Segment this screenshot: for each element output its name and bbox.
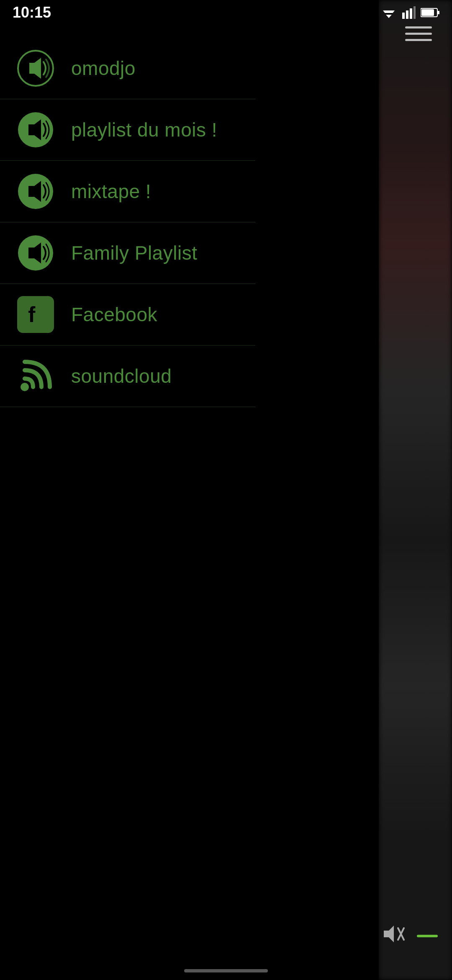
- wifi-icon: [380, 6, 397, 19]
- menu-item-family-playlist[interactable]: Family Playlist: [0, 222, 255, 284]
- menu-label-playlist-du-mois: playlist du mois !: [71, 119, 217, 141]
- speaker-filled-icon-3: [17, 234, 54, 272]
- svg-marker-11: [29, 58, 41, 79]
- home-indicator: [184, 969, 268, 972]
- hamburger-line-3: [405, 39, 432, 41]
- menu-label-facebook: Facebook: [71, 303, 157, 326]
- menu-label-mixtape: mixtape !: [71, 180, 151, 203]
- menu-label-family-playlist: Family Playlist: [71, 242, 197, 264]
- svg-rect-4: [406, 10, 408, 19]
- speaker-outline-icon: [17, 49, 54, 87]
- menu-label-soundcloud: soundcloud: [71, 365, 172, 387]
- bottom-controls: [377, 917, 444, 955]
- svg-marker-20: [384, 926, 394, 942]
- hamburger-line-1: [405, 26, 432, 28]
- blurred-background: [379, 0, 452, 980]
- svg-rect-6: [413, 6, 416, 19]
- mute-icon[interactable]: [383, 925, 405, 948]
- menu-label-omodjo: omodjo: [71, 57, 136, 80]
- status-icons: [380, 6, 439, 19]
- menu-item-omodjo[interactable]: omodjo: [0, 38, 255, 99]
- status-bar: 10:15: [0, 0, 452, 25]
- menu-item-soundcloud[interactable]: soundcloud: [0, 346, 255, 407]
- status-time: 10:15: [13, 4, 51, 21]
- facebook-icon: f: [17, 296, 54, 333]
- svg-rect-8: [437, 11, 439, 14]
- speaker-filled-icon-2: [17, 173, 54, 210]
- battery-icon: [421, 8, 439, 18]
- signal-icon: [402, 6, 416, 19]
- menu-item-facebook[interactable]: f Facebook: [0, 284, 255, 346]
- svg-rect-5: [410, 8, 412, 19]
- rss-icon: [17, 357, 54, 395]
- menu-item-playlist-du-mois[interactable]: playlist du mois !: [0, 99, 255, 161]
- svg-rect-9: [421, 9, 434, 16]
- svg-text:f: f: [28, 303, 36, 326]
- svg-rect-3: [402, 13, 405, 19]
- speaker-filled-icon-1: [17, 111, 54, 149]
- menu-item-mixtape[interactable]: mixtape !: [0, 161, 255, 222]
- drawer-menu: omodjo playlist du mois ! mixtape !: [0, 38, 255, 407]
- hamburger-line-2: [405, 33, 432, 35]
- svg-point-19: [21, 383, 29, 391]
- svg-marker-2: [386, 15, 392, 18]
- volume-indicator: [417, 935, 438, 937]
